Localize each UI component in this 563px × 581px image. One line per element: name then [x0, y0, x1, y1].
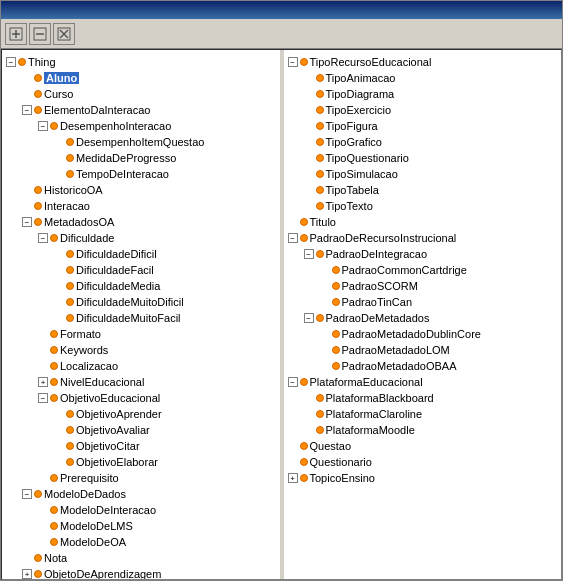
list-item[interactable]: TempoDeInteracao — [4, 166, 278, 182]
list-item[interactable]: Questionario — [286, 454, 560, 470]
class-icon — [316, 74, 324, 82]
list-item[interactable]: Curso — [4, 86, 278, 102]
class-icon — [316, 186, 324, 194]
expand-icon[interactable]: − — [304, 249, 314, 259]
list-item[interactable]: PadraoSCORM — [286, 278, 560, 294]
expand-icon[interactable]: − — [288, 233, 298, 243]
list-item[interactable]: −PlataformaEducacional — [286, 374, 560, 390]
list-item[interactable]: DesempenhoItemQuestao — [4, 134, 278, 150]
list-item[interactable]: −TipoRecursoEducacional — [286, 54, 560, 70]
class-icon — [34, 74, 42, 82]
list-item[interactable]: ModeloDeLMS — [4, 518, 278, 534]
list-item[interactable]: MedidaDeProgresso — [4, 150, 278, 166]
list-item[interactable]: HistoricoOA — [4, 182, 278, 198]
list-item[interactable]: ModeloDeOA — [4, 534, 278, 550]
list-item[interactable]: Titulo — [286, 214, 560, 230]
list-item[interactable]: ObjetivoElaborar — [4, 454, 278, 470]
expand-icon[interactable]: − — [22, 489, 32, 499]
class-icon — [316, 138, 324, 146]
expand-icon[interactable]: + — [38, 377, 48, 387]
list-item[interactable]: Aluno — [4, 70, 278, 86]
list-item[interactable]: TipoTabela — [286, 182, 560, 198]
list-item[interactable]: Interacao — [4, 198, 278, 214]
class-icon — [300, 378, 308, 386]
list-item[interactable]: −Thing — [4, 54, 278, 70]
expand-icon[interactable]: − — [22, 217, 32, 227]
list-item[interactable]: PlataformaMoodle — [286, 422, 560, 438]
node-label: PadraoDeIntegracao — [326, 248, 428, 260]
expand-icon[interactable]: − — [288, 377, 298, 387]
expand-icon[interactable]: − — [288, 57, 298, 67]
list-item[interactable]: TipoSimulacao — [286, 166, 560, 182]
close-button[interactable] — [53, 23, 75, 45]
expand-icon[interactable]: − — [6, 57, 16, 67]
list-item[interactable]: PadraoMetadadoDublinCore — [286, 326, 560, 342]
list-item[interactable]: Questao — [286, 438, 560, 454]
right-tree-panel[interactable]: −TipoRecursoEducacionalTipoAnimacaoTipoD… — [284, 50, 562, 579]
class-icon — [34, 218, 42, 226]
list-item[interactable]: +TopicoEnsino — [286, 470, 560, 486]
list-item[interactable]: PadraoCommonCartdrige — [286, 262, 560, 278]
list-item[interactable]: −PadraoDeMetadados — [286, 310, 560, 326]
list-item[interactable]: −ElementoDaInteracao — [4, 102, 278, 118]
expand-icon[interactable]: − — [22, 105, 32, 115]
list-item[interactable]: PlataformaClaroline — [286, 406, 560, 422]
list-item[interactable]: TipoDiagrama — [286, 86, 560, 102]
expand-icon[interactable]: + — [22, 569, 32, 579]
list-item[interactable]: PlataformaBlackboard — [286, 390, 560, 406]
list-item[interactable]: DificuldadeFacil — [4, 262, 278, 278]
leaf-spacer — [304, 185, 314, 195]
expand-icon[interactable]: − — [38, 393, 48, 403]
leaf-spacer — [288, 217, 298, 227]
list-item[interactable]: DificuldadeMuitoFacil — [4, 310, 278, 326]
list-item[interactable]: −DesempenhoInteracao — [4, 118, 278, 134]
list-item[interactable]: DificuldadeMuitoDificil — [4, 294, 278, 310]
expand-all-button[interactable] — [5, 23, 27, 45]
class-icon — [66, 426, 74, 434]
node-label: ObjetoDeAprendizagem — [44, 568, 161, 579]
leaf-spacer — [54, 441, 64, 451]
collapse-all-button[interactable] — [29, 23, 51, 45]
list-item[interactable]: Formato — [4, 326, 278, 342]
list-item[interactable]: Prerequisito — [4, 470, 278, 486]
node-label: PadraoDeRecursoInstrucional — [310, 232, 457, 244]
list-item[interactable]: ObjetivoAvaliar — [4, 422, 278, 438]
list-item[interactable]: TipoGrafico — [286, 134, 560, 150]
list-item[interactable]: TipoExercicio — [286, 102, 560, 118]
list-item[interactable]: TipoQuestionario — [286, 150, 560, 166]
list-item[interactable]: PadraoMetadadoLOM — [286, 342, 560, 358]
list-item[interactable]: ObjetivoCitar — [4, 438, 278, 454]
class-icon — [316, 106, 324, 114]
list-item[interactable]: +NivelEducacional — [4, 374, 278, 390]
list-item[interactable]: TipoTexto — [286, 198, 560, 214]
left-tree-panel[interactable]: −ThingAlunoCurso−ElementoDaInteracao−Des… — [2, 50, 280, 579]
expand-icon[interactable]: − — [304, 313, 314, 323]
list-item[interactable]: TipoAnimacao — [286, 70, 560, 86]
leaf-spacer — [22, 89, 32, 99]
list-item[interactable]: PadraoMetadadoOBAA — [286, 358, 560, 374]
expand-icon[interactable]: − — [38, 233, 48, 243]
list-item[interactable]: TipoFigura — [286, 118, 560, 134]
expand-icon[interactable]: + — [288, 473, 298, 483]
list-item[interactable]: −PadraoDeRecursoInstrucional — [286, 230, 560, 246]
list-item[interactable]: Nota — [4, 550, 278, 566]
class-icon — [66, 266, 74, 274]
list-item[interactable]: −PadraoDeIntegracao — [286, 246, 560, 262]
expand-icon[interactable]: − — [38, 121, 48, 131]
list-item[interactable]: −ModeloDeDados — [4, 486, 278, 502]
class-icon — [50, 378, 58, 386]
node-label: ObjetivoAprender — [76, 408, 162, 420]
class-icon — [34, 202, 42, 210]
list-item[interactable]: PadraoTinCan — [286, 294, 560, 310]
list-item[interactable]: −ObjetivoEducacional — [4, 390, 278, 406]
list-item[interactable]: −MetadadosOA — [4, 214, 278, 230]
list-item[interactable]: DificuldadeMedia — [4, 278, 278, 294]
node-label: ModeloDeOA — [60, 536, 126, 548]
list-item[interactable]: +ObjetoDeAprendizagem — [4, 566, 278, 579]
list-item[interactable]: Keywords — [4, 342, 278, 358]
list-item[interactable]: ModeloDeInteracao — [4, 502, 278, 518]
list-item[interactable]: DificuldadeDificil — [4, 246, 278, 262]
list-item[interactable]: ObjetivoAprender — [4, 406, 278, 422]
list-item[interactable]: −Dificuldade — [4, 230, 278, 246]
list-item[interactable]: Localizacao — [4, 358, 278, 374]
